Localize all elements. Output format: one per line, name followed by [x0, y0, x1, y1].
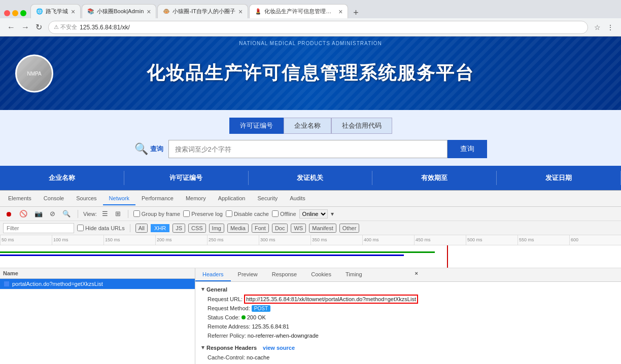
tab-2-close[interactable]: ×	[147, 8, 151, 16]
filter-js-btn[interactable]: JS	[172, 224, 185, 233]
mark-450ms: 450 ms	[414, 235, 466, 245]
record-btn[interactable]: ⏺	[3, 209, 14, 219]
view-source-link[interactable]: view source	[263, 345, 295, 351]
general-arrow: ▾	[201, 286, 204, 293]
dt-tab-sources[interactable]: Sources	[70, 192, 102, 205]
network-toolbar: ⏺ 🚫 📷 ⊘ 🔍 View: ☰ ⊞ Group by frame Prese…	[0, 207, 621, 221]
tab-3-title: 小猿圈-IT自学人的小圈子	[172, 8, 235, 15]
mark-100ms: 100 ms	[52, 235, 104, 245]
dt-tab-security[interactable]: Security	[251, 192, 284, 205]
referrer-policy-row: Referrer Policy: no-referrer-when-downgr…	[195, 331, 621, 340]
tab-bar: 🌐 路飞学城 × 📚 小猿圈Book|Admin × 🐵 小猿圈-IT自学人的小…	[0, 0, 621, 18]
capture-btn[interactable]: 📷	[32, 209, 45, 219]
clear-btn[interactable]: 🚫	[17, 209, 29, 219]
filter-all-btn[interactable]: All	[135, 224, 148, 233]
address-text: 125.35.6.84:81/xk/	[80, 24, 130, 31]
search-tab-company[interactable]: 企业名称	[284, 118, 331, 134]
tab-3-close[interactable]: ×	[238, 8, 243, 16]
dt-tab-network[interactable]: Network	[103, 192, 135, 205]
mark-350ms: 350 ms	[310, 235, 362, 245]
dt-tab-memory[interactable]: Memory	[180, 192, 212, 205]
mark-300ms: 300 ms	[259, 235, 310, 245]
bookmark-button[interactable]: ☆	[591, 22, 604, 32]
forward-button[interactable]: →	[18, 22, 32, 33]
filter-xhr-btn[interactable]: XHR	[151, 224, 169, 232]
search-button[interactable]: 查询	[447, 140, 487, 158]
tab-1-favicon: 🌐	[36, 8, 43, 15]
search-tab-license[interactable]: 许可证编号	[229, 118, 284, 134]
th-issue-date: 发证日期	[497, 171, 621, 185]
menu-button[interactable]: ⋮	[604, 22, 617, 32]
timeline: 50 ms 100 ms 150 ms 200 ms 250 ms 300 ms…	[0, 235, 621, 268]
mark-250ms: 250 ms	[207, 235, 259, 245]
resp-header-0: Cache-Control: no-cache	[195, 353, 621, 362]
dt-tab-performance[interactable]: Performance	[135, 192, 180, 205]
preserve-log-checkbox[interactable]: Preserve log	[183, 210, 223, 217]
search-input[interactable]	[168, 140, 447, 158]
htab-headers[interactable]: Headers	[195, 268, 231, 281]
timeline-marker-red	[447, 245, 448, 268]
toolbar-sep-1	[78, 210, 78, 218]
new-tab-button[interactable]: +	[349, 8, 363, 18]
request-method-row: Request Method: POST	[195, 304, 621, 313]
net-item-name: portalAction.do?method=getXkzsList	[12, 281, 103, 287]
filter-ws-btn[interactable]: WS	[291, 224, 306, 233]
net-content: Name × portalAction.do?method=getXkzsLis…	[0, 268, 621, 364]
filter-other-btn[interactable]: Other	[339, 224, 360, 233]
view-grid-btn[interactable]: ⊞	[113, 209, 123, 219]
tab-2[interactable]: 📚 小猿圈Book|Admin ×	[82, 4, 156, 18]
dt-tab-audits[interactable]: Audits	[284, 192, 312, 205]
hide-data-urls-checkbox[interactable]: Hide data URLs	[77, 225, 125, 231]
tab-3-favicon: 🐵	[163, 8, 170, 15]
dt-tab-elements[interactable]: Elements	[2, 192, 38, 205]
tab-4-close[interactable]: ×	[338, 8, 342, 16]
filter-img-btn[interactable]: Img	[209, 224, 224, 233]
tab-1-close[interactable]: ×	[71, 8, 75, 16]
mark-150ms: 150 ms	[104, 235, 155, 245]
filter-toggle-btn[interactable]: ⊘	[48, 209, 57, 219]
mark-50ms: 50 ms	[0, 235, 52, 245]
toolbar-sep-2	[128, 210, 128, 218]
htab-response[interactable]: Response	[265, 268, 304, 281]
th-company: 企业名称	[0, 171, 124, 185]
tab-4[interactable]: 💄 化妆品生产许可信息管理系统服… ×	[249, 4, 348, 18]
timeline-bars	[0, 245, 621, 268]
browser-chrome: 🌐 路飞学城 × 📚 小猿圈Book|Admin × 🐵 小猿圈-IT自学人的小…	[0, 0, 621, 37]
th-issuer: 发证机关	[249, 171, 373, 185]
tab-3[interactable]: 🐵 小猿圈-IT自学人的小圈子 ×	[157, 4, 248, 18]
filter-input[interactable]	[3, 223, 74, 233]
filter-manifest-btn[interactable]: Manifest	[309, 224, 336, 233]
resp-header-1: Content-Length: 6804	[195, 362, 621, 364]
filter-bar: Hide data URLs All XHR JS CSS Img Media …	[0, 221, 621, 235]
filter-font-btn[interactable]: Font	[252, 224, 269, 233]
tab-1[interactable]: 🌐 路飞学城 ×	[30, 4, 81, 18]
request-url-row: Request URL: http://125.35.6.84:81/xk/it…	[195, 295, 621, 304]
throttle-select[interactable]: Online	[299, 209, 328, 219]
htab-cookies[interactable]: Cookies	[304, 268, 338, 281]
back-button[interactable]: ←	[4, 22, 18, 33]
refresh-button[interactable]: ↻	[32, 21, 45, 33]
timeline-bar-blue	[0, 254, 404, 256]
htab-preview[interactable]: Preview	[231, 268, 265, 281]
search-icon-area: 🔍 查询	[134, 142, 163, 156]
filter-media-btn[interactable]: Media	[227, 224, 249, 233]
throttle-arrow[interactable]: ▾	[331, 210, 334, 217]
address-bar[interactable]: ⚠ 不安全 125.35.6.84:81/xk/	[48, 21, 588, 34]
view-list-btn[interactable]: ☰	[100, 209, 110, 219]
net-list: Name × portalAction.do?method=getXkzsLis…	[0, 268, 195, 364]
search-tab-credit[interactable]: 社会信用代码	[331, 118, 392, 134]
group-by-frame-checkbox[interactable]: Group by frame	[133, 210, 180, 217]
dt-tab-console[interactable]: Console	[38, 192, 70, 205]
filter-doc-btn[interactable]: Doc	[272, 224, 288, 233]
dt-tab-application[interactable]: Application	[212, 192, 252, 205]
net-item-0[interactable]: portalAction.do?method=getXkzsList	[0, 279, 195, 289]
filter-css-btn[interactable]: CSS	[188, 224, 206, 233]
mark-600ms: 600	[569, 235, 621, 245]
devtools: Elements Console Sources Network Perform…	[0, 190, 621, 364]
disable-cache-checkbox[interactable]: Disable cache	[226, 210, 269, 217]
mark-550ms: 550 ms	[518, 235, 569, 245]
htab-timing[interactable]: Timing	[338, 268, 369, 281]
search-toolbar-btn[interactable]: 🔍	[60, 209, 73, 219]
table-header: 企业名称 许可证编号 发证机关 有效期至 发证日期	[0, 166, 621, 190]
offline-checkbox[interactable]: Offline	[272, 210, 296, 217]
